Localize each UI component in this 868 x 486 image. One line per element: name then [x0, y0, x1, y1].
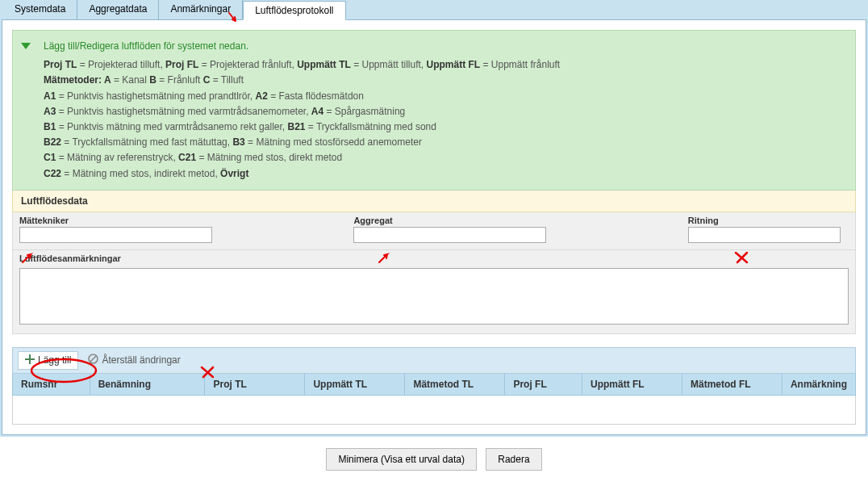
reset-button[interactable]: Återställ ändringar: [81, 351, 186, 369]
col-rumsnr[interactable]: Rumsnr: [13, 374, 90, 395]
input-aggregat[interactable]: [353, 227, 546, 243]
svg-marker-0: [21, 43, 31, 49]
col-matmetodtl[interactable]: Mätmetod TL: [405, 374, 505, 395]
col-benamning[interactable]: Benämning: [90, 374, 206, 395]
cancel-icon: [88, 354, 98, 367]
tab-systemdata[interactable]: Systemdata: [3, 0, 77, 19]
plus-icon: [25, 354, 35, 367]
textarea-anmarkningar[interactable]: [19, 268, 849, 325]
input-mattekniker[interactable]: [19, 227, 212, 243]
col-anmarkning[interactable]: Anmärkning: [782, 374, 855, 395]
grid-toolbar: Lägg till Återställ ändringar: [12, 347, 856, 374]
svg-line-2: [90, 356, 97, 362]
notes-area: [12, 265, 856, 334]
form-row-top: Mättekniker Aggregat Ritning: [12, 212, 856, 250]
tab-content: Lägg till/Redigera luftflöden för system…: [2, 19, 866, 435]
info-panel: Lägg till/Redigera luftflöden för system…: [12, 30, 856, 191]
grid-body: [12, 396, 856, 425]
tab-aggregatdata[interactable]: Aggregatdata: [77, 0, 159, 19]
add-button[interactable]: Lägg till: [18, 351, 78, 370]
grid-header: Rumsnr Benämning Proj TL Uppmätt TL Mätm…: [12, 374, 856, 396]
tab-anmarkningar[interactable]: Anmärkningar: [159, 0, 243, 19]
collapse-icon[interactable]: [21, 40, 31, 56]
col-matmetodfl[interactable]: Mätmetod FL: [682, 374, 782, 395]
info-title: Lägg till/Redigera luftflöden för system…: [24, 39, 844, 54]
tabbar: Systemdata Aggregatdata Anmärkningar Luf…: [0, 0, 868, 19]
tab-luftflodesprotokoll[interactable]: Luftflödesprotokoll: [243, 1, 345, 20]
label-aggregat: Aggregat: [353, 216, 674, 225]
label-ritning: Ritning: [688, 216, 849, 225]
col-projfl[interactable]: Proj FL: [505, 374, 582, 395]
section-header-luftflodesdata: Luftflödesdata: [12, 191, 856, 212]
minimera-button[interactable]: Minimera (Visa ett urval data): [326, 448, 477, 471]
col-uppmatttl[interactable]: Uppmätt TL: [305, 374, 405, 395]
bottom-button-row: Minimera (Visa ett urval data) Radera: [0, 437, 868, 479]
col-uppmattfl[interactable]: Uppmätt FL: [582, 374, 682, 395]
label-anmarkningar: Luftflödesanmärkningar: [12, 250, 856, 265]
input-ritning[interactable]: [688, 227, 841, 243]
label-mattekniker: Mättekniker: [19, 216, 340, 225]
window: Systemdata Aggregatdata Anmärkningar Luf…: [0, 0, 868, 479]
radera-button[interactable]: Radera: [486, 448, 541, 471]
col-projtl[interactable]: Proj TL: [205, 374, 305, 395]
